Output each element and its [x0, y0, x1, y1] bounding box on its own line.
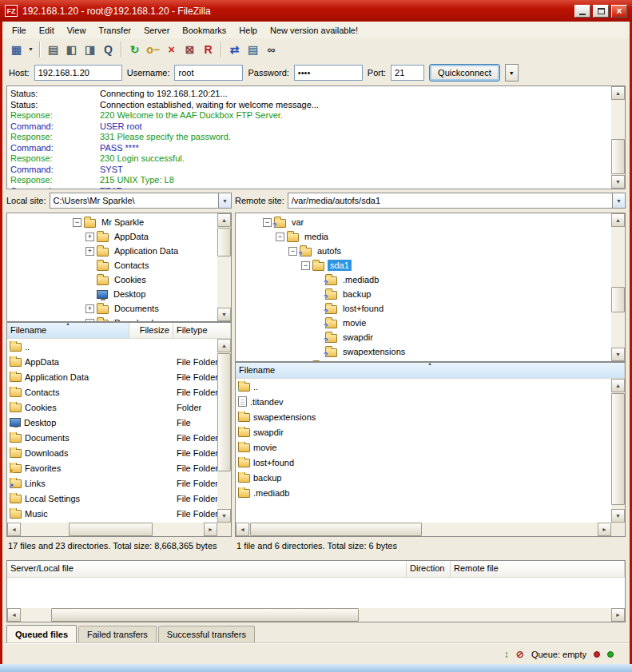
- local-site-combobox[interactable]: C:\Users\Mr Sparkle\ ▼: [50, 193, 232, 209]
- scroll-right-button[interactable]: ►: [611, 608, 625, 622]
- tree-item-mr-sparkle[interactable]: −Mr Sparkle: [9, 215, 217, 229]
- scrollbar-thumb[interactable]: [217, 228, 231, 256]
- scrollbar-thumb[interactable]: [611, 393, 625, 505]
- file-row-item[interactable]: ↑..: [236, 379, 611, 394]
- menu-help[interactable]: Help: [233, 23, 264, 38]
- tab-successful-transfers[interactable]: Successful transfers: [158, 626, 255, 643]
- file-row-movie[interactable]: movie: [236, 439, 611, 455]
- scroll-down-button[interactable]: ▼: [611, 509, 625, 523]
- tree-item-mediadb[interactable]: ?.mediadb: [237, 272, 610, 287]
- tree-item-autofs[interactable]: −?autofs: [237, 244, 610, 258]
- scroll-down-button[interactable]: ▼: [611, 348, 625, 361]
- title-bar[interactable]: FZ 192.168.1.20 - root@192.168.1.20 - Fi…: [0, 0, 632, 22]
- tree-item-media[interactable]: −media: [237, 229, 610, 244]
- refresh-button[interactable]: ↻: [125, 41, 144, 58]
- scrollbar-thumb[interactable]: [611, 139, 625, 174]
- remote-site-combobox[interactable]: /var/media/autofs/sda1 ▼: [288, 193, 626, 209]
- quickconnect-button[interactable]: Quickconnect: [429, 64, 500, 82]
- column-header-filename[interactable]: Filename▲: [7, 323, 129, 338]
- remote-list-vscrollbar[interactable]: ▲ ▼: [611, 379, 625, 523]
- find-files-button[interactable]: ∞: [262, 41, 280, 58]
- tree-item-contacts[interactable]: Contacts: [9, 258, 217, 272]
- collapse-icon[interactable]: −: [276, 233, 284, 241]
- scrollbar-thumb[interactable]: [217, 353, 231, 471]
- expand-icon[interactable]: +: [85, 304, 94, 313]
- encryption-disabled-icon[interactable]: ⊘: [516, 649, 524, 660]
- scroll-up-button[interactable]: ▲: [217, 339, 231, 352]
- scroll-up-button[interactable]: ▲: [611, 86, 625, 100]
- toggle-local-tree-button[interactable]: ◧: [62, 41, 81, 58]
- cancel-button[interactable]: ×: [162, 41, 181, 58]
- collapse-icon[interactable]: −: [263, 218, 272, 227]
- menu-edit[interactable]: Edit: [33, 23, 61, 38]
- scrollbar-thumb[interactable]: [69, 523, 153, 536]
- file-row-backup[interactable]: backup: [236, 470, 611, 485]
- tree-item-swapextensions[interactable]: ?swapextensions: [237, 344, 610, 359]
- menu-new-version-available[interactable]: New version available!: [264, 23, 364, 38]
- chevron-down-icon[interactable]: ▼: [612, 193, 625, 208]
- close-button[interactable]: ×: [611, 5, 627, 18]
- column-header-direction[interactable]: Direction: [407, 561, 451, 577]
- speed-limits-icon[interactable]: ↕: [504, 649, 509, 660]
- toggle-queue-button[interactable]: Q: [99, 41, 117, 58]
- tree-item-desktop[interactable]: Desktop: [9, 287, 217, 301]
- tree-item-dvd[interactable]: ?dvd: [237, 359, 610, 361]
- tree-item-sda1[interactable]: −sda1: [237, 258, 610, 272]
- tree-item-documents[interactable]: +Documents: [9, 301, 217, 316]
- file-row-contacts[interactable]: ContactsFile Folder: [7, 384, 217, 400]
- host-input[interactable]: [34, 65, 122, 81]
- scroll-up-button[interactable]: ▲: [217, 213, 231, 227]
- scrollbar-thumb[interactable]: [611, 287, 625, 312]
- menu-bookmarks[interactable]: Bookmarks: [176, 23, 233, 38]
- column-header-server-local-file[interactable]: Server/Local file: [7, 561, 407, 577]
- toggle-queue-processing-button[interactable]: o−: [144, 41, 162, 58]
- reconnect-button[interactable]: R: [199, 41, 217, 58]
- port-input[interactable]: [391, 65, 424, 81]
- collapse-icon[interactable]: −: [301, 261, 310, 270]
- file-row-downloads[interactable]: ↓DownloadsFile Folder: [7, 445, 217, 460]
- tree-item-lost-found[interactable]: ?lost+found: [237, 301, 610, 316]
- tab-queued-files[interactable]: Queued files: [6, 625, 77, 643]
- site-manager-dropdown-button[interactable]: ▼: [26, 41, 36, 58]
- file-row-cookies[interactable]: CookiesFolder: [7, 400, 217, 415]
- column-header-filesize[interactable]: Filesize: [129, 323, 173, 338]
- scroll-down-button[interactable]: ▼: [217, 509, 231, 523]
- tree-item-movie[interactable]: ?movie: [237, 316, 610, 330]
- tree-item-cookies[interactable]: Cookies: [9, 272, 217, 287]
- password-input[interactable]: [294, 65, 363, 81]
- file-row-application-data[interactable]: Application DataFile Folder: [7, 369, 217, 384]
- column-header-remote-file[interactable]: Remote file: [451, 561, 625, 577]
- queue-hscrollbar[interactable]: ◄ ►: [7, 608, 625, 622]
- file-row-local-settings[interactable]: Local SettingsFile Folder: [7, 491, 217, 506]
- scroll-up-button[interactable]: ▲: [611, 379, 625, 392]
- scroll-up-button[interactable]: ▲: [611, 213, 625, 227]
- chevron-down-icon[interactable]: ▼: [218, 193, 231, 208]
- scroll-down-button[interactable]: ▼: [611, 175, 625, 189]
- collapse-icon[interactable]: −: [288, 247, 297, 256]
- file-row-documents[interactable]: DocumentsFile Folder: [7, 430, 217, 445]
- tree-item-swapdir[interactable]: ?swapdir: [237, 330, 610, 344]
- toggle-remote-tree-button[interactable]: ◨: [81, 41, 99, 58]
- tree-item-backup[interactable]: ?backup: [237, 287, 610, 301]
- local-tree-scrollbar[interactable]: ▲ ▼: [217, 213, 231, 321]
- expand-icon[interactable]: +: [85, 247, 94, 256]
- file-row-lost-found[interactable]: lost+found: [236, 455, 611, 470]
- tree-item-appdata[interactable]: +AppData: [9, 229, 217, 244]
- tree-item-var[interactable]: −?var: [237, 215, 610, 229]
- file-row-favorites[interactable]: ★FavoritesFile Folder: [7, 460, 217, 475]
- site-manager-button[interactable]: ▦: [7, 41, 26, 58]
- file-row-item[interactable]: ↑..: [7, 339, 217, 354]
- local-list-vscrollbar[interactable]: ▲ ▼: [217, 339, 231, 523]
- scroll-right-button[interactable]: ►: [204, 523, 217, 536]
- file-row-swapextensions[interactable]: swapextensions: [236, 409, 611, 424]
- minimize-button[interactable]: [574, 5, 590, 18]
- menu-server[interactable]: Server: [137, 23, 176, 38]
- menu-transfer[interactable]: Transfer: [92, 23, 137, 38]
- column-header-filetype[interactable]: Filetype: [173, 323, 231, 338]
- menu-file[interactable]: File: [6, 23, 33, 38]
- file-row-titandev[interactable]: .titandev: [236, 394, 611, 409]
- collapse-icon[interactable]: −: [73, 218, 81, 227]
- directory-comparison-button[interactable]: ⇄: [225, 41, 244, 58]
- toggle-message-log-button[interactable]: ▤: [44, 41, 62, 58]
- scroll-down-button[interactable]: ▼: [217, 308, 231, 321]
